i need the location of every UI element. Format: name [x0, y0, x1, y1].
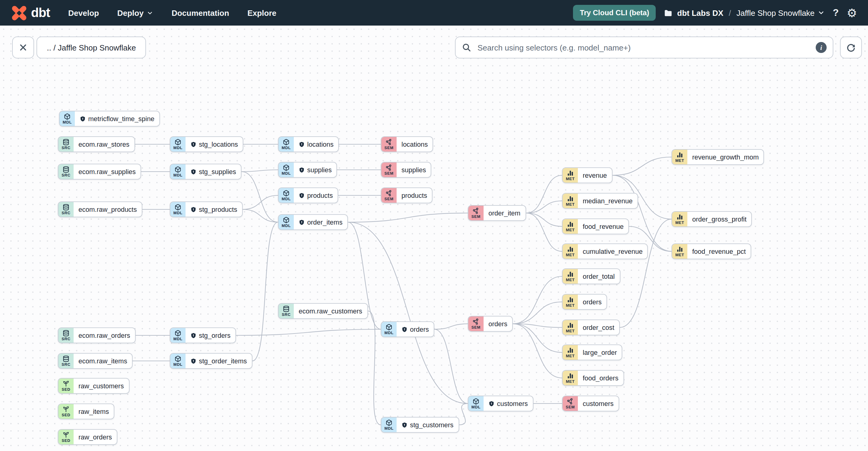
info-icon[interactable]: i: [816, 42, 827, 53]
node-src_raw_products[interactable]: SRCecom.raw_products: [58, 202, 142, 217]
try-cloud-cli-button[interactable]: Try Cloud CLI (beta): [573, 5, 656, 21]
dbt-logo[interactable]: dbt: [11, 5, 50, 21]
node-label: locations: [307, 141, 334, 148]
brand-text: dbt: [31, 5, 50, 20]
bar-chart-icon: MET: [563, 269, 578, 283]
node-mdl_metricflow_time_spine[interactable]: MDLmetricflow_time_spine: [59, 111, 160, 127]
selector-search[interactable]: i: [455, 36, 833, 58]
node-type-label: SEM: [384, 197, 394, 201]
shield-icon: [401, 326, 407, 333]
lineage-edge: [620, 219, 672, 327]
lineage-edge: [513, 276, 562, 324]
node-sem_locations[interactable]: SEMlocations: [381, 136, 433, 152]
node-label: revenue_growth_mom: [692, 153, 759, 161]
help-icon[interactable]: ?: [833, 7, 839, 18]
nav-right: Try Cloud CLI (beta) dbt Labs DX / Jaffl…: [573, 5, 857, 21]
node-type-label: SED: [62, 413, 70, 417]
node-met_order_gross_profit[interactable]: METorder_gross_profit: [672, 211, 752, 227]
node-mdl_customers[interactable]: MDLcustomers: [468, 396, 533, 412]
node-type-label: MDL: [173, 173, 183, 177]
lineage-edge: [242, 172, 278, 222]
node-met_order_total[interactable]: METorder_total: [562, 268, 620, 284]
cube-icon: MDL: [60, 111, 75, 126]
node-met_food_revenue[interactable]: METfood_revenue: [562, 218, 629, 234]
lineage-edge: [526, 175, 562, 213]
node-sed_raw_orders[interactable]: SEDraw_orders: [58, 429, 117, 445]
node-mdl_stg_customers[interactable]: MDLstg_customers: [381, 417, 459, 433]
account-name[interactable]: dbt Labs DX: [677, 8, 723, 17]
nav-item-documentation[interactable]: Documentation: [172, 8, 229, 17]
lineage-breadcrumb[interactable]: .. / Jaffle Shop Snowflake: [36, 36, 146, 58]
cube-icon: MDL: [468, 396, 484, 411]
nav-item-explore[interactable]: Explore: [247, 8, 276, 17]
shield-icon: [401, 421, 407, 428]
node-label: orders: [410, 326, 429, 333]
node-label: food_revenue_pct: [692, 248, 746, 255]
node-met_revenue_growth_mom[interactable]: METrevenue_growth_mom: [672, 149, 764, 165]
database-icon: SRC: [58, 202, 73, 217]
node-src_raw_orders[interactable]: SRCecom.raw_orders: [58, 327, 136, 343]
node-met_median_revenue[interactable]: METmedian_revenue: [562, 193, 638, 209]
lineage-canvas[interactable]: MDLmetricflow_time_spineSRCecom.raw_stor…: [0, 26, 868, 451]
node-met_food_orders[interactable]: METfood_orders: [562, 370, 624, 386]
cube-icon: MDL: [170, 354, 186, 368]
node-mdl_order_items[interactable]: MDLorder_items: [278, 214, 348, 230]
refresh-button[interactable]: [840, 36, 862, 58]
node-type-label: SRC: [61, 337, 70, 341]
node-src_raw_stores[interactable]: SRCecom.raw_stores: [58, 136, 135, 152]
node-met_cumulative_revenue[interactable]: METcumulative_revenue: [562, 243, 648, 259]
database-icon: SRC: [58, 164, 73, 179]
node-sem_supplies[interactable]: SEMsupplies: [381, 162, 432, 178]
node-label: stg_supplies: [199, 168, 236, 175]
lineage-edge: [513, 324, 562, 352]
semantic-graph-icon: SEM: [468, 317, 484, 331]
nav-item-develop[interactable]: Develop: [68, 8, 99, 17]
cube-icon: MDL: [381, 322, 397, 337]
nav-item-deploy[interactable]: Deploy: [117, 8, 153, 17]
node-mdl_stg_orders[interactable]: MDLstg_orders: [170, 327, 236, 343]
node-sem_customers[interactable]: SEMcustomers: [562, 396, 619, 412]
node-label: customers: [497, 400, 528, 407]
node-mdl_stg_locations[interactable]: MDLstg_locations: [170, 136, 243, 152]
node-met_food_revenue_pct[interactable]: METfood_revenue_pct: [672, 243, 751, 259]
node-src_raw_supplies[interactable]: SRCecom.raw_supplies: [58, 164, 141, 180]
node-mdl_locations[interactable]: MDLlocations: [278, 136, 339, 152]
dbt-lineage-app: dbt DevelopDeployDocumentationExplore Tr…: [0, 0, 868, 451]
lineage-edge: [348, 213, 468, 222]
node-label: stg_customers: [410, 421, 454, 428]
node-sem_products[interactable]: SEMproducts: [381, 187, 432, 203]
bar-chart-icon: MET: [563, 345, 578, 360]
nav-item-label: Deploy: [117, 8, 144, 17]
node-mdl_stg_order_items[interactable]: MDLstg_order_items: [170, 353, 252, 369]
node-mdl_orders[interactable]: MDLorders: [381, 321, 434, 337]
node-met_revenue[interactable]: METrevenue: [562, 168, 613, 183]
node-label: stg_products: [199, 206, 237, 213]
node-mdl_stg_products[interactable]: MDLstg_products: [170, 202, 243, 217]
node-src_raw_items[interactable]: SRCecom.raw_items: [58, 353, 133, 369]
search-input[interactable]: [476, 42, 811, 53]
cube-icon: MDL: [170, 328, 186, 343]
node-mdl_products[interactable]: MDLproducts: [278, 187, 338, 203]
node-mdl_supplies[interactable]: MDLsupplies: [278, 162, 337, 178]
node-met_order_cost[interactable]: METorder_cost: [562, 320, 620, 335]
search-icon: [462, 42, 471, 52]
node-mdl_stg_supplies[interactable]: MDLstg_supplies: [170, 164, 242, 180]
bar-chart-icon: MET: [563, 168, 578, 183]
node-sem_orders[interactable]: SEMorders: [468, 316, 513, 332]
node-met_orders[interactable]: METorders: [562, 294, 607, 310]
node-src_raw_customers[interactable]: SRCecom.raw_customers: [278, 303, 368, 319]
node-sed_raw_customers[interactable]: SEDraw_customers: [58, 378, 129, 394]
lineage-edge: [243, 196, 278, 209]
node-sed_raw_items[interactable]: SEDraw_items: [58, 403, 114, 419]
node-label: orders: [489, 320, 507, 327]
project-selector[interactable]: Jaffle Shop Snowflake: [737, 8, 825, 17]
node-label: ecom.raw_customers: [299, 307, 362, 315]
close-lineage-button[interactable]: [12, 36, 34, 58]
database-icon: SRC: [58, 328, 73, 343]
gear-icon[interactable]: ⚙: [847, 7, 857, 19]
node-type-label: MDL: [282, 171, 291, 175]
node-sem_order_item[interactable]: SEMorder_item: [468, 205, 526, 221]
node-label: ecom.raw_items: [79, 357, 127, 365]
node-label: order_total: [583, 273, 615, 280]
node-met_large_order[interactable]: METlarge_order: [562, 344, 623, 360]
